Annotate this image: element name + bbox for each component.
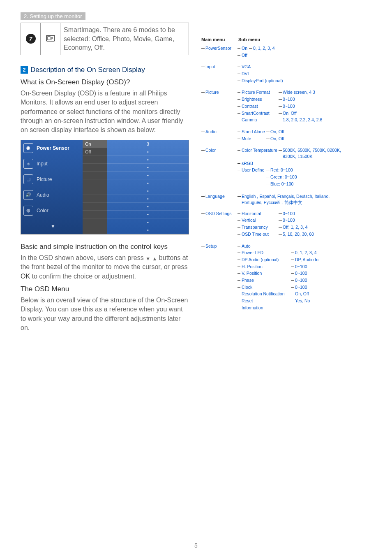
tree-vals: 0, 1, 2, 3, 4 — [291, 250, 317, 256]
osd-item-label: Input — [37, 161, 48, 167]
osd-item-power-sensor: ◉Power Sensor — [21, 140, 83, 156]
tree-sub-label: User Define — [238, 167, 266, 173]
tree-sub-label: Stand Alone — [238, 129, 266, 135]
tree-sub-label: Information — [238, 305, 291, 311]
osd-item-input: ⎆Input — [21, 156, 83, 172]
smartimage-icon — [41, 23, 60, 55]
up-triangle-icon: ▲ — [152, 255, 157, 262]
osd-left-panel: ◉Power Sensor ⎆Input ▢Picture 🔊Audio ◍Co… — [21, 140, 83, 234]
tree-vals: Wide screen, 4:3 — [279, 89, 315, 95]
section-header-chip: 2. Setting up the monitor — [21, 12, 85, 20]
svg-rect-1 — [48, 37, 50, 40]
osd-preview: ◉Power Sensor ⎆Input ▢Picture 🔊Audio ◍Co… — [21, 140, 189, 234]
tree-sub-label: OSD Time out — [238, 231, 279, 237]
tree-sub-label: Reset — [238, 298, 291, 304]
tree-main-label: Setup — [201, 243, 233, 249]
tree-sub-label: Vertical — [238, 217, 279, 223]
page-number: 5 — [0, 542, 392, 549]
step-number-badge: 7 — [26, 34, 36, 44]
tree-audio: Audio Stand AloneOn, Off MuteOn, Off — [201, 129, 371, 142]
osd-item-label: Power Sensor — [37, 145, 69, 151]
tree-sub-label: Brightness — [238, 96, 279, 102]
paragraph-osd-menu: Below is an overall view of the structur… — [21, 296, 189, 333]
tree-vals: 0~100 — [291, 277, 307, 283]
down-triangle-icon: ▼ — [145, 255, 150, 262]
tree-main-label: Language — [201, 193, 233, 200]
tree-vals: 0~100 — [291, 284, 307, 290]
audio-icon: 🔊 — [23, 190, 33, 200]
tree-picture: Picture Picture FormatWide screen, 4:3 B… — [201, 89, 371, 123]
tree-vals: 0~100 — [291, 270, 307, 276]
tree-main-label: Audio — [201, 129, 233, 135]
tree-vals: DP, Audio In — [291, 257, 318, 263]
step-7-row: 7 SmartImage. There are 6 modes to be se… — [21, 23, 189, 55]
tree-sub-label: VGA — [238, 64, 279, 70]
tree-sub-label: Clock — [238, 284, 291, 290]
tree-vals: On, Off — [291, 291, 309, 297]
menu-tree: PowerSensor On0, 1, 2, 3, 4 Off Input VG… — [201, 45, 371, 311]
heading-what-is-osd: What is On-Screen Display (OSD)? — [21, 78, 189, 86]
tree-sub-label: Color Temperature — [238, 147, 279, 153]
tree-vals: Red: 0~100 — [266, 167, 293, 173]
tree-powersensor: PowerSensor On0, 1, 2, 3, 4 Off — [201, 45, 371, 59]
tree-sub-label: sRGB — [238, 160, 279, 167]
keys-text-a: In the OSD shown above, users can press — [21, 254, 145, 261]
tree-osd-settings: OSD Settings Horizontal0~100 Vertical0~1… — [201, 211, 371, 238]
tree-vals: 0~100 — [291, 264, 307, 270]
tree-main-label: Picture — [201, 89, 233, 95]
tree-color: Color Color Temperature5000K, 6500K, 750… — [201, 147, 371, 188]
input-icon: ⎆ — [23, 159, 33, 169]
keys-text-c: to confirm the choice or adjustment. — [30, 273, 136, 280]
heading-control-keys: Basic and simple instruction on the cont… — [21, 243, 189, 251]
tree-sub-label: Mute — [238, 136, 266, 142]
tree-main-label: PowerSensor — [201, 45, 233, 51]
tree-sub-label: Off — [238, 52, 249, 58]
osd-item-color: ◍Color — [21, 203, 83, 218]
tree-vals: 0~100 — [279, 96, 295, 102]
tree-sub-label: DP Audio (optional) — [238, 257, 291, 263]
tree-sub-label: Resolution Notification — [238, 291, 291, 297]
tree-vals: On, Off — [279, 110, 297, 116]
paragraph-osd-intro: On-Screen Display (OSD) is a feature in … — [21, 89, 189, 135]
osd-right-panel: 3 ••••••••••• — [107, 140, 189, 234]
tree-vals: Blue: 0~100 — [266, 181, 293, 187]
tree-vals: 1.8, 2.0, 2.2, 2.4, 2.6 — [279, 117, 322, 123]
tree-sub-label: Power LED — [238, 250, 291, 256]
heading-text: Description of the On Screen Display — [30, 66, 145, 74]
osd-mid-off: Off — [83, 148, 107, 156]
tree-sub-label: Gamma — [238, 117, 279, 123]
col-sub-menu: Sub menu — [238, 37, 260, 42]
tree-setup: Setup Auto Power LED0, 1, 2, 3, 4 DP Aud… — [201, 243, 371, 312]
tree-vals: 0~100 — [279, 103, 295, 109]
tree-vals: 5000K, 6500K, 7500K, 8200K, 9300K, 11500… — [279, 147, 348, 159]
osd-down-arrow: ▼ — [21, 218, 83, 234]
tree-input: Input VGA DVI DisplayPort (optional) — [201, 64, 371, 84]
osd-item-label: Color — [37, 208, 48, 214]
tree-main-label: Input — [201, 64, 233, 70]
tree-sub-label: V. Position — [238, 270, 291, 276]
tree-vals: On, Off — [266, 129, 284, 135]
tree-vals: 5, 10, 20, 30, 60 — [279, 231, 314, 237]
tree-main-label: OSD Settings — [201, 211, 233, 217]
heading-number-badge: 2 — [21, 66, 28, 74]
tree-sub-label: SmartContrast — [238, 110, 279, 116]
tree-vals: On, Off — [266, 136, 284, 142]
tree-sub-label: DisplayPort (optional) — [238, 78, 283, 84]
picture-icon: ▢ — [23, 174, 33, 184]
tree-sub-label: DVI — [238, 71, 279, 77]
tree-sub-label: H. Position — [238, 264, 291, 270]
osd-mid-on: On — [83, 140, 107, 148]
tree-vals: 0, 1, 2, 3, 4 — [249, 45, 275, 51]
tree-vals: Yes, No — [291, 298, 310, 304]
color-icon: ◍ — [23, 206, 33, 216]
tree-sub-label: On — [238, 45, 249, 51]
heading-description-osd: 2Description of the On Screen Display — [21, 66, 189, 74]
osd-item-label: Audio — [37, 192, 49, 198]
power-sensor-icon: ◉ — [23, 143, 33, 153]
osd-mid-panel: On Off — [83, 140, 107, 234]
tree-vals: 0~100 — [279, 211, 295, 217]
tree-language: Language English , Español, Français, De… — [201, 193, 371, 205]
step-text: SmartImage. There are 6 modes to be sele… — [60, 23, 189, 55]
paragraph-control-keys: In the OSD shown above, users can press … — [21, 253, 189, 281]
tree-vals: Off, 1, 2, 3, 4 — [279, 224, 308, 230]
